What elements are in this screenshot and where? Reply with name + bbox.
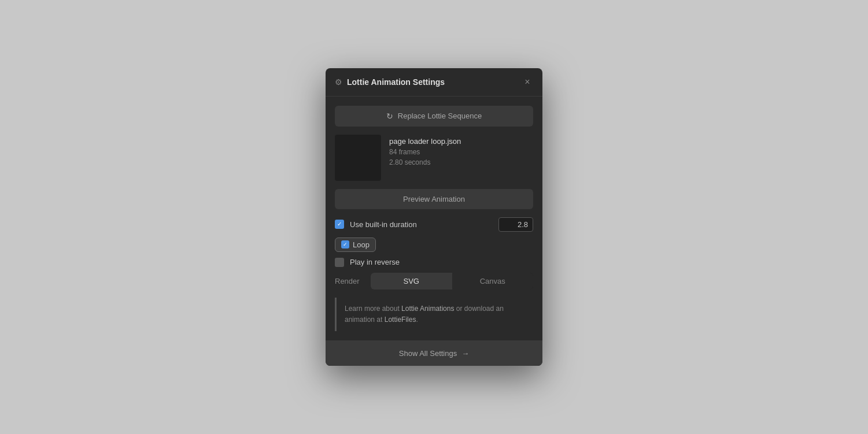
render-option-canvas[interactable]: Canvas — [452, 273, 534, 290]
play-in-reverse-row: Play in reverse — [335, 258, 533, 267]
play-in-reverse-checkbox[interactable] — [335, 258, 344, 267]
checkmark-icon: ✓ — [337, 221, 342, 227]
file-thumbnail — [335, 135, 381, 181]
file-duration: 2.80 seconds — [389, 158, 461, 166]
file-info-row: page loader loop.json 84 frames 2.80 sec… — [335, 135, 533, 181]
file-details: page loader loop.json 84 frames 2.80 sec… — [389, 135, 461, 166]
use-built-in-duration-checkbox[interactable]: ✓ — [335, 220, 344, 229]
info-text: Learn more about Lottie Animations or do… — [345, 303, 525, 325]
duration-input[interactable] — [498, 217, 533, 232]
file-name: page loader loop.json — [389, 137, 461, 146]
close-button[interactable]: × — [522, 76, 533, 88]
loop-row: ✓ Loop — [335, 238, 533, 252]
dialog-header: ⚙ Lottie Animation Settings × — [326, 68, 542, 97]
loop-label: Loop — [353, 240, 370, 249]
info-box: Learn more about Lottie Animations or do… — [335, 298, 533, 331]
settings-section: ✓ Use built-in duration ✓ Loop Play in r… — [335, 217, 533, 290]
render-row: Render SVG Canvas — [335, 273, 533, 290]
render-label: Render — [335, 277, 364, 285]
dialog-title: Lottie Animation Settings — [347, 77, 445, 87]
preview-animation-button[interactable]: Preview Animation — [335, 189, 533, 209]
replace-icon: ↻ — [386, 112, 393, 121]
show-all-label: Show All Settings — [399, 349, 457, 358]
render-options: SVG Canvas — [371, 273, 533, 290]
loop-badge[interactable]: ✓ Loop — [335, 238, 376, 252]
file-frames: 84 frames — [389, 148, 461, 156]
render-option-svg[interactable]: SVG — [371, 273, 452, 290]
preview-button-label: Preview Animation — [403, 195, 465, 203]
gear-icon: ⚙ — [335, 77, 342, 87]
show-all-arrow-icon: → — [461, 349, 469, 358]
loop-checkbox[interactable]: ✓ — [341, 240, 349, 248]
lottie-files-link[interactable]: LottieFiles — [385, 316, 416, 324]
info-text-after: . — [416, 316, 418, 324]
built-in-duration-label: Use built-in duration — [350, 220, 493, 229]
header-left: ⚙ Lottie Animation Settings — [335, 77, 445, 87]
replace-lottie-button[interactable]: ↻ Replace Lottie Sequence — [335, 106, 533, 127]
play-in-reverse-label: Play in reverse — [350, 258, 533, 266]
loop-checkmark-icon: ✓ — [343, 242, 348, 247]
info-text-before-link1: Learn more about — [345, 305, 401, 313]
lottie-animations-link[interactable]: Lottie Animations — [401, 305, 454, 313]
dialog-footer: Show All Settings → — [326, 340, 542, 366]
show-all-settings-button[interactable]: Show All Settings → — [326, 341, 542, 366]
lottie-settings-dialog: ⚙ Lottie Animation Settings × ↻ Replace … — [326, 68, 542, 366]
dialog-body: ↻ Replace Lottie Sequence page loader lo… — [326, 97, 542, 340]
replace-button-label: Replace Lottie Sequence — [398, 112, 482, 120]
built-in-duration-row: ✓ Use built-in duration — [335, 217, 533, 232]
